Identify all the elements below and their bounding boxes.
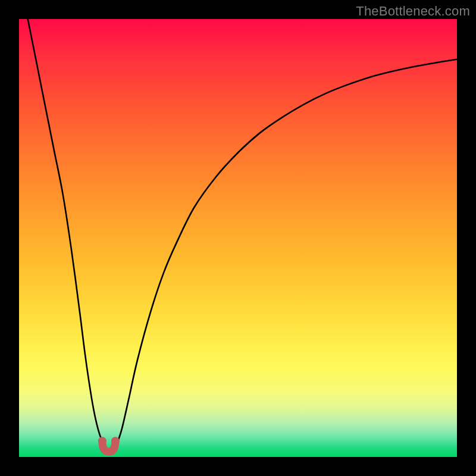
svg-point-0 [98,437,107,445]
watermark-text: TheBottleneck.com [356,4,470,19]
svg-point-1 [111,437,120,445]
bottleneck-curve [19,19,457,457]
plot-area [19,19,457,457]
chart-frame: TheBottleneck.com [0,0,476,476]
